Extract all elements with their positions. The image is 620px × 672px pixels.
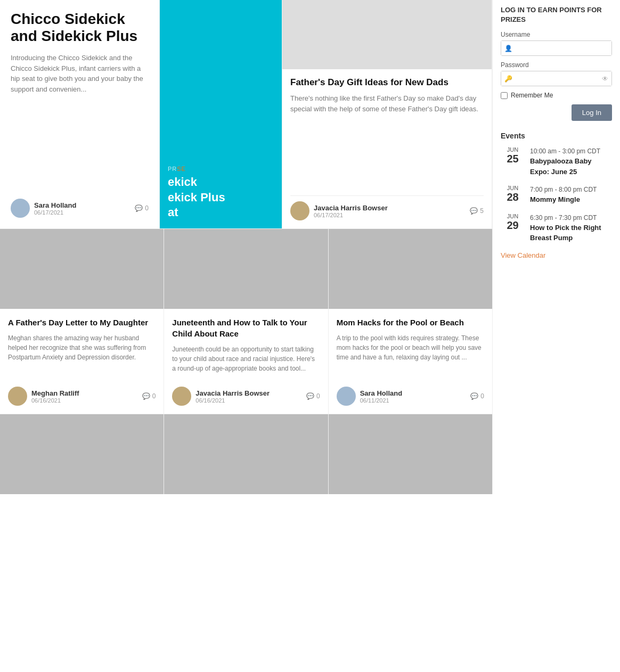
article-1-author-info: Meghan Ratliff 06/16/2021: [31, 389, 142, 404]
article-card-3: Mom Hacks for the Pool or Beach A trip t…: [329, 229, 492, 414]
promo-accent-label: SE: [177, 166, 186, 172]
remember-label: Remember Me: [511, 92, 553, 99]
event-item-1: JUN 25 10:00 am - 3:00 pm CDT Babypalooz…: [501, 146, 612, 177]
event-2-title: Mommy Mingle: [530, 194, 597, 205]
promo-image-card: PRSE ekick ekick Plus at: [160, 0, 282, 228]
bottom-row: [0, 414, 492, 494]
event-2-day: 28: [501, 191, 525, 203]
promo-line1: ekick: [168, 175, 274, 190]
featured-author-info: Javacia Harris Bowser 06/17/2021: [314, 204, 470, 218]
comment-icon: 💬: [470, 207, 478, 215]
article-3-author-name: Sara Holland: [360, 389, 471, 397]
event-1-date: JUN 25: [501, 146, 525, 177]
password-input[interactable]: [501, 71, 611, 86]
password-label: Password: [501, 61, 612, 69]
event-3-date: JUN 29: [501, 213, 525, 243]
hero-article: Chicco Sidekick and Sidekick Plus Introd…: [0, 0, 160, 228]
event-1-title: Babypalooza Baby Expo: June 25: [530, 156, 612, 177]
login-title: LOG IN TO EARN POINTS FOR PRIZES: [501, 5, 612, 24]
featured-comment-count: 💬 5: [470, 207, 484, 215]
featured-author-row: Javacia Harris Bowser 06/17/2021 💬 5: [290, 195, 484, 220]
sidebar: LOG IN TO EARN POINTS FOR PRIZES Usernam…: [492, 0, 620, 494]
article-3-avatar: [337, 387, 356, 406]
login-section: LOG IN TO EARN POINTS FOR PRIZES Usernam…: [501, 5, 612, 121]
event-3-day: 29: [501, 219, 525, 232]
article-3-desc: A trip to the pool with kids requires st…: [337, 333, 484, 373]
hero-author-avatar: [11, 199, 30, 218]
hero-description: Introducing the Chicco Sidekick and the …: [11, 53, 149, 94]
article-3-author-row: Sara Holland 06/11/2021 💬 0: [337, 381, 484, 406]
article-3-author-date: 06/11/2021: [360, 397, 471, 404]
main-content: Chicco Sidekick and Sidekick Plus Introd…: [0, 0, 492, 494]
remember-checkbox[interactable]: [501, 92, 508, 99]
featured-author-name: Javacia Harris Bowser: [314, 204, 470, 212]
bottom-image-1: [0, 414, 164, 494]
lock-icon: 🔑: [504, 75, 512, 83]
hero-title: Chicco Sidekick and Sidekick Plus: [11, 11, 149, 45]
password-input-wrapper: 🔑 👁: [501, 71, 612, 86]
hero-author-info: Sara Holland 06/17/2021: [34, 201, 135, 216]
hero-author-name: Sara Holland: [34, 201, 135, 209]
article-1-avatar: [8, 387, 27, 406]
comment-icon: 💬: [142, 392, 150, 400]
article-1-desc: Meghan shares the amazing way her husban…: [8, 333, 156, 373]
eye-icon[interactable]: 👁: [602, 75, 608, 83]
featured-author-date: 06/17/2021: [314, 212, 470, 218]
article-1-content: A Father's Day Letter to My Daughter Meg…: [0, 309, 164, 414]
username-group: Username 👤: [501, 31, 612, 56]
featured-card-image: [282, 0, 492, 69]
user-icon: 👤: [504, 45, 512, 52]
article-2-desc: Juneteenth could be an opportunity to st…: [172, 345, 320, 373]
username-input[interactable]: [501, 41, 611, 55]
article-1-comments: 💬 0: [142, 392, 156, 400]
view-calendar-link[interactable]: View Calendar: [501, 251, 612, 259]
events-title: Events: [501, 132, 612, 140]
article-2-content: Juneteenth and How to Talk to Your Child…: [164, 309, 328, 414]
event-1-details: 10:00 am - 3:00 pm CDT Babypalooza Baby …: [530, 146, 612, 177]
hero-author-date: 06/17/2021: [34, 209, 135, 216]
article-2-comments: 💬 0: [306, 392, 320, 400]
article-card-1: A Father's Day Letter to My Daughter Meg…: [0, 229, 164, 414]
event-1-time: 10:00 am - 3:00 pm CDT: [530, 146, 612, 156]
event-2-details: 7:00 pm - 8:00 pm CDT Mommy Mingle: [530, 185, 597, 205]
article-2-author-date: 06/16/2021: [195, 397, 306, 404]
event-1-day: 25: [501, 153, 525, 165]
event-item-3: JUN 29 6:30 pm - 7:30 pm CDT How to Pick…: [501, 213, 612, 243]
article-2-avatar: [172, 387, 191, 406]
article-3-title: Mom Hacks for the Pool or Beach: [337, 317, 484, 328]
event-2-date: JUN 28: [501, 185, 525, 205]
article-2-author-info: Javacia Harris Bowser 06/16/2021: [195, 389, 306, 404]
article-1-title: A Father's Day Letter to My Daughter: [8, 317, 156, 328]
events-section: Events JUN 25 10:00 am - 3:00 pm CDT Bab…: [501, 132, 612, 259]
bottom-image-2: [164, 414, 328, 494]
article-3-content: Mom Hacks for the Pool or Beach A trip t…: [329, 309, 492, 414]
event-2-time: 7:00 pm - 8:00 pm CDT: [530, 185, 597, 194]
event-3-details: 6:30 pm - 7:30 pm CDT How to Pick the Ri…: [530, 213, 612, 243]
article-1-author-name: Meghan Ratliff: [31, 389, 142, 397]
article-2-image: [164, 229, 328, 309]
comment-icon: 💬: [135, 204, 143, 212]
article-1-image: [0, 229, 164, 309]
password-group: Password 🔑 👁: [501, 61, 612, 86]
event-3-time: 6:30 pm - 7:30 pm CDT: [530, 213, 612, 223]
top-row: Chicco Sidekick and Sidekick Plus Introd…: [0, 0, 492, 229]
promo-line3: at: [168, 205, 274, 220]
promo-line2: ekick Plus: [168, 190, 274, 206]
event-3-month: JUN: [501, 213, 525, 219]
article-card-2: Juneteenth and How to Talk to Your Child…: [164, 229, 328, 414]
article-2-title: Juneteenth and How to Talk to Your Child…: [172, 317, 320, 339]
event-2-month: JUN: [501, 185, 525, 191]
login-button[interactable]: Log In: [572, 104, 612, 121]
login-btn-row: Log In: [501, 104, 612, 121]
hero-comment-count: 💬 0: [135, 204, 149, 212]
featured-description: There's nothing like the first Father's …: [290, 93, 484, 190]
promo-label: PRSE: [168, 166, 274, 172]
article-2-author-name: Javacia Harris Bowser: [195, 389, 306, 397]
bottom-image-3: [329, 414, 492, 494]
remember-row: Remember Me: [501, 92, 612, 99]
featured-author-avatar: [290, 201, 309, 220]
comment-icon: 💬: [306, 392, 314, 400]
username-input-wrapper: 👤: [501, 40, 612, 56]
comment-icon: 💬: [470, 392, 478, 400]
username-label: Username: [501, 31, 612, 38]
